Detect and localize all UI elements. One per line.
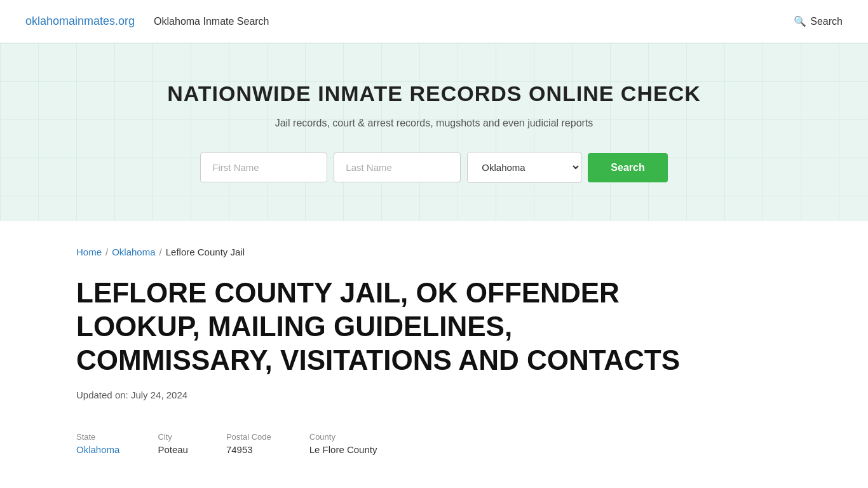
breadcrumb-home[interactable]: Home xyxy=(76,247,102,257)
breadcrumb-state[interactable]: Oklahoma xyxy=(112,247,155,257)
header-search-label: Search xyxy=(810,16,843,27)
info-card-county: County Le Flore County xyxy=(309,432,377,455)
breadcrumb-sep-2: / xyxy=(159,247,162,257)
main-content: Home / Oklahoma / Leflore County Jail LE… xyxy=(0,221,868,480)
info-card-postal: Postal Code 74953 xyxy=(226,432,271,455)
site-logo[interactable]: oklahomainmates.org xyxy=(25,15,135,28)
state-value[interactable]: Oklahoma xyxy=(76,444,119,455)
hero-title: NATIONWIDE INMATE RECORDS ONLINE CHECK xyxy=(25,81,843,106)
breadcrumb: Home / Oklahoma / Leflore County Jail xyxy=(76,247,792,257)
page-title: LEFLORE COUNTY JAIL, OK OFFENDER LOOKUP,… xyxy=(76,276,712,377)
hero-banner: NATIONWIDE INMATE RECORDS ONLINE CHECK J… xyxy=(0,43,868,221)
site-header: oklahomainmates.org Oklahoma Inmate Sear… xyxy=(0,0,868,43)
state-select[interactable]: Oklahoma xyxy=(467,152,581,183)
updated-date-value: July 24, 2024 xyxy=(131,390,187,400)
first-name-input[interactable] xyxy=(200,152,327,182)
city-label: City xyxy=(158,432,188,442)
info-card-state: State Oklahoma xyxy=(76,432,119,455)
state-label: State xyxy=(76,432,119,442)
breadcrumb-current: Leflore County Jail xyxy=(166,247,245,257)
hero-subtitle: Jail records, court & arrest records, mu… xyxy=(25,118,843,129)
search-button[interactable]: Search xyxy=(588,153,667,182)
header-nav-title: Oklahoma Inmate Search xyxy=(154,16,269,27)
info-card-city: City Poteau xyxy=(158,432,188,455)
county-label: County xyxy=(309,432,377,442)
updated-date: Updated on: July 24, 2024 xyxy=(76,390,792,400)
postal-value: 74953 xyxy=(226,444,271,455)
search-form: Oklahoma Search xyxy=(25,152,843,183)
updated-label: Updated on: xyxy=(76,390,128,400)
info-cards: State Oklahoma City Poteau Postal Code 7… xyxy=(76,426,792,455)
header-search-button[interactable]: 🔍 Search xyxy=(794,15,843,27)
breadcrumb-sep-1: / xyxy=(105,247,108,257)
county-value: Le Flore County xyxy=(309,444,377,455)
search-icon: 🔍 xyxy=(794,15,806,27)
last-name-input[interactable] xyxy=(334,152,461,182)
city-value: Poteau xyxy=(158,444,188,455)
postal-label: Postal Code xyxy=(226,432,271,442)
